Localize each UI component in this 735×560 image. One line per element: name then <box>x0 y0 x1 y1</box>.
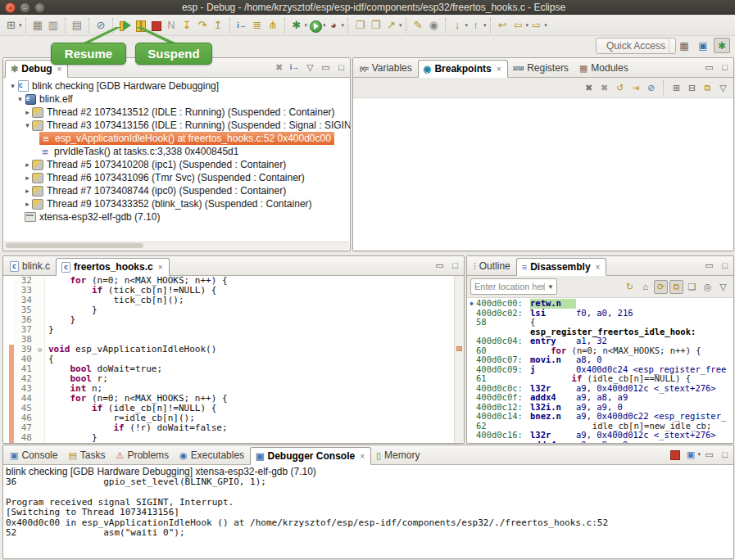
maximize-icon[interactable]: □ <box>334 61 348 75</box>
tree-expander-icon[interactable]: ▸ <box>23 200 32 208</box>
coverage-button-icon-dropdown[interactable]: ▾ <box>342 22 345 29</box>
tree-expander-icon[interactable]: ▾ <box>8 82 17 90</box>
fold-marker-icon[interactable]: ⊖ <box>35 345 45 355</box>
tab-close-icon[interactable]: × <box>596 263 601 272</box>
debug-tree-row[interactable]: ▾cblink checking [GDB Hardware Debugging… <box>3 79 350 93</box>
tab-tasks[interactable]: ▤Tasks <box>63 446 111 464</box>
tab-memory[interactable]: ▯Memory <box>371 446 425 464</box>
save-all-icon[interactable]: ▥ <box>46 17 61 33</box>
annotation-ruler[interactable] <box>3 433 9 443</box>
tab-outline[interactable]: ⫶Outline <box>469 257 516 275</box>
annotation-ruler[interactable] <box>3 335 9 345</box>
annotation-ruler[interactable] <box>3 423 9 433</box>
tab-blink-c[interactable]: cblink.c <box>5 257 56 275</box>
code-line[interactable]: 36 } <box>3 315 464 325</box>
edit-icon[interactable]: ✎ <box>411 17 426 33</box>
code-editor[interactable]: 32 for (n=0; n<MAX_HOOKS; n++) {33 if (t… <box>3 276 464 443</box>
annotation-ruler[interactable] <box>3 364 9 374</box>
open-new-view-icon[interactable]: ❏ <box>685 280 699 294</box>
window-minimize-icon[interactable]: – <box>20 2 30 13</box>
run-button-icon[interactable] <box>307 17 323 33</box>
pin-view-icon[interactable]: ◎ <box>701 280 715 294</box>
maximize-icon[interactable]: □ <box>718 61 732 75</box>
tab-close-icon[interactable]: × <box>158 263 163 272</box>
minimize-icon[interactable]: ▭ <box>702 448 716 462</box>
view-menu-icon[interactable]: ▽ <box>716 280 730 294</box>
annotation-ruler[interactable] <box>3 325 9 335</box>
step-over-icon[interactable]: ↷ <box>195 17 211 33</box>
code-line[interactable]: 39⊖void esp_vApplicationIdleHook() <box>3 345 464 355</box>
goto-file-icon[interactable]: ⇥ <box>628 81 642 95</box>
debug-tree-row[interactable]: ▸Thread #5 1073410208 (ipc1) (Suspended … <box>3 158 350 171</box>
debug-button-icon[interactable]: ✱ <box>289 17 305 33</box>
back-icon[interactable]: ⇦ <box>510 17 526 33</box>
tab-registers[interactable]: 1010Registers <box>508 59 574 77</box>
breakpoints-empty-area[interactable] <box>353 98 733 251</box>
annotation-ruler[interactable] <box>3 296 9 305</box>
annotation-ruler[interactable] <box>3 345 9 355</box>
debug-tree-row[interactable]: ▸Thread #9 1073433352 (blink_task) (Susp… <box>3 197 350 210</box>
code-line[interactable]: 37} <box>3 325 464 335</box>
window-close-icon[interactable]: × <box>5 2 16 13</box>
disassembly-listing[interactable]: ◆400d0c00:retw.n400d0c02:lsif0, a0, 2165… <box>467 298 733 444</box>
maximize-icon[interactable]: □ <box>718 259 732 273</box>
debug-tree-row[interactable]: ≡prvIdleTask() at tasks.c:3,338 0x400845… <box>3 145 350 158</box>
refresh-icon[interactable]: ↻ <box>623 280 637 294</box>
sync-selection-icon[interactable]: ⟳ <box>654 280 668 294</box>
cc-perspective-icon[interactable]: ▣ <box>695 38 711 53</box>
open-perspective-icon[interactable]: ▦ <box>676 38 692 53</box>
save-icon[interactable]: ▦ <box>30 17 46 33</box>
tab-breakpoints[interactable]: ◉Breakpoints× <box>418 60 508 78</box>
show-execution-icon[interactable]: ≣ <box>250 17 265 33</box>
skip-all-breakpoints-icon[interactable]: ⊘ <box>644 81 658 95</box>
tab-executables[interactable]: ◉Executables <box>175 446 250 464</box>
tree-expander-icon[interactable]: ▾ <box>16 95 25 103</box>
debug-tree-row[interactable]: xtensa-esp32-elf-gdb (7.10) <box>3 210 350 224</box>
expand-all-icon[interactable]: ⊞ <box>669 81 683 95</box>
terminate-console-icon[interactable] <box>668 448 682 462</box>
annotation-ruler[interactable] <box>3 276 9 286</box>
disassembly-row[interactable]: 400d0c02:lsif0, a0, 216 <box>467 309 733 318</box>
minimize-icon[interactable]: ▭ <box>702 259 716 273</box>
tab-problems[interactable]: ⚠Problems <box>111 446 175 464</box>
annotation-ruler[interactable] <box>3 413 9 423</box>
debug-perspective-icon[interactable]: ✱ <box>714 38 730 53</box>
previous-annotation-icon[interactable]: ↑ <box>468 17 483 33</box>
overview-ruler[interactable] <box>454 276 464 443</box>
minimize-icon[interactable]: ▭ <box>702 61 716 75</box>
window-maximize-icon[interactable]: ▫ <box>34 2 45 13</box>
tab-console[interactable]: ▣Console <box>5 446 63 464</box>
tree-expander-icon[interactable]: ▸ <box>23 187 32 195</box>
tab-close-icon[interactable]: × <box>360 452 365 461</box>
location-input[interactable]: Enter location here <box>471 282 544 291</box>
debug-tree-row[interactable]: ▸Thread #2 1073413512 (IDLE : Running) (… <box>3 106 350 119</box>
coverage-button-icon[interactable]: ◕ <box>326 17 342 33</box>
tab-freertos-hooks-c[interactable]: cfreertos_hooks.c× <box>56 258 170 276</box>
disassembly-row[interactable]: 58{ <box>467 318 733 327</box>
debug-tree-row[interactable]: ▸Thread #7 1073408744 (ipc0) (Suspended … <box>3 184 350 197</box>
tree-expander-icon[interactable]: ▸ <box>23 108 32 116</box>
terminate-icon[interactable] <box>148 17 164 33</box>
minimize-icon[interactable]: ▭ <box>433 259 447 273</box>
view-menu-icon[interactable]: ▽ <box>716 81 730 95</box>
instruction-stepping-icon[interactable]: i→ <box>288 61 302 75</box>
disconnect-icon[interactable]: N <box>164 17 179 33</box>
link-with-debug-icon[interactable]: ⧉ <box>701 81 715 95</box>
new-wizard-icon[interactable]: ⊞ <box>3 17 19 33</box>
open-console-icon[interactable]: ▣ <box>683 448 697 462</box>
annotation-ruler[interactable] <box>3 374 9 384</box>
forward-icon-dropdown[interactable]: ▾ <box>544 22 547 29</box>
annotation-ruler[interactable] <box>3 305 9 315</box>
tab-debugger-console[interactable]: ▣Debugger Console× <box>250 447 371 465</box>
disassembly-row[interactable]: addx4a9, a8, a9 <box>467 440 733 445</box>
maximize-icon[interactable]: □ <box>718 448 732 462</box>
web-icon[interactable]: ◉ <box>426 17 442 33</box>
remove-all-breakpoints-icon[interactable]: ✖ <box>597 81 611 95</box>
annotation-ruler[interactable] <box>3 286 9 296</box>
step-into-icon[interactable]: ↧ <box>179 17 195 33</box>
maximize-icon[interactable]: □ <box>448 259 462 273</box>
tree-expander-icon[interactable]: ▾ <box>23 121 32 129</box>
disassembly-row[interactable]: 400d0c14:bnez.na9, 0x400d0c22 <esp_regis… <box>467 412 733 422</box>
remove-all-terminated-icon[interactable]: ✖ <box>272 61 286 75</box>
skip-all-breakpoints-icon[interactable]: ⊘ <box>93 17 109 33</box>
